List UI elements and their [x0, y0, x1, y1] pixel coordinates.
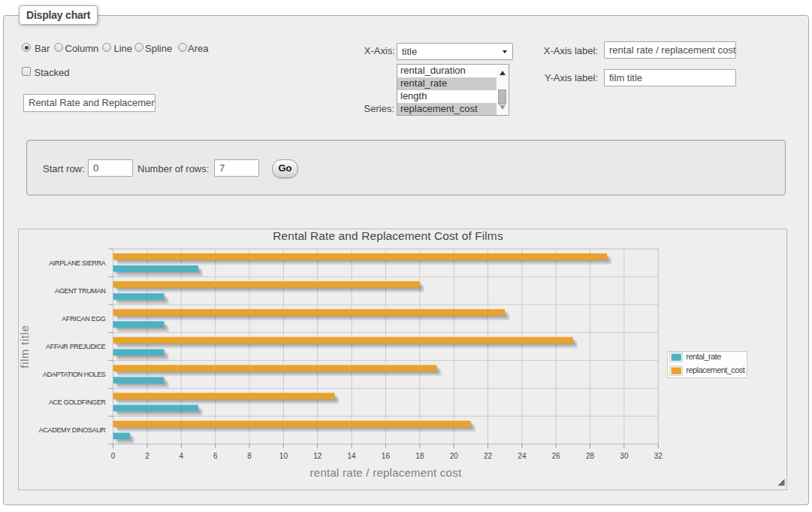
svg-text:8: 8 [247, 452, 252, 460]
svg-text:28: 28 [586, 452, 595, 460]
svg-text:ACADEMY DINOSAUR: ACADEMY DINOSAUR [39, 426, 107, 434]
svg-text:2: 2 [145, 452, 149, 460]
svg-text:ADAPTATION HOLES: ADAPTATION HOLES [43, 371, 106, 378]
svg-text:16: 16 [382, 452, 391, 460]
svg-text:AIRPLANE SIERRA: AIRPLANE SIERRA [49, 259, 106, 267]
svg-text:AGENT TRUMAN: AGENT TRUMAN [55, 287, 105, 295]
svg-text:AFFAIR PREJUDICE: AFFAIR PREJUDICE [46, 343, 106, 350]
svg-text:rental_rate: rental_rate [686, 352, 721, 361]
svg-text:30: 30 [620, 452, 629, 460]
svg-text:rental rate / replacement cost: rental rate / replacement cost [310, 466, 462, 479]
svg-text:Rental Rate and Replacement Co: Rental Rate and Replacement Cost of Film… [273, 229, 503, 242]
svg-text:AFRICAN EGG: AFRICAN EGG [62, 315, 106, 323]
svg-text:26: 26 [552, 452, 561, 460]
svg-text:replacement_cost: replacement_cost [686, 365, 745, 374]
svg-text:32: 32 [654, 452, 663, 460]
svg-text:0: 0 [111, 452, 116, 460]
svg-text:24: 24 [518, 452, 527, 460]
svg-text:6: 6 [213, 452, 218, 460]
svg-text:film title: film title [19, 325, 31, 368]
svg-text:4: 4 [180, 452, 184, 460]
svg-text:14: 14 [348, 452, 357, 460]
svg-text:22: 22 [484, 452, 493, 460]
svg-text:ACE GOLDFINGER: ACE GOLDFINGER [49, 398, 106, 406]
svg-text:18: 18 [415, 452, 424, 460]
svg-text:20: 20 [450, 452, 459, 460]
svg-text:10: 10 [279, 452, 288, 460]
svg-text:12: 12 [313, 452, 322, 460]
